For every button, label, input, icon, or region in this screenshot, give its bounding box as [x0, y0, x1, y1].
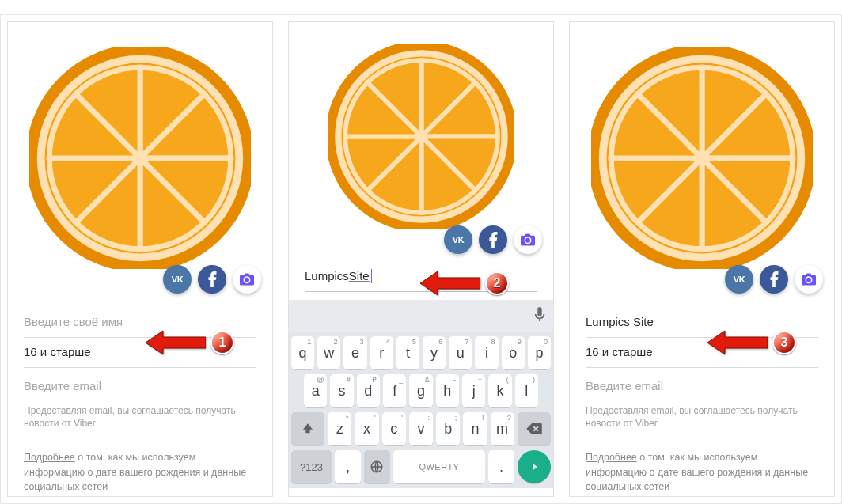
- key-c[interactable]: c': [382, 412, 406, 445]
- enter-key[interactable]: [518, 450, 551, 483]
- wifi-icon: [207, 26, 218, 36]
- keyboard-suggestion-bar[interactable]: [289, 300, 553, 332]
- status-time: 7:00: [248, 25, 266, 36]
- cell-icon: [230, 26, 238, 36]
- key-k[interactable]: k(: [488, 374, 511, 407]
- space-key[interactable]: QWERTY: [393, 450, 486, 483]
- email-hint: Предоставляя email, вы соглашаетесь полу…: [24, 398, 256, 439]
- back-button[interactable]: [298, 44, 316, 65]
- avatar-area: VK: [8, 22, 272, 279]
- privacy-footer: Подробнее о том, как мы используем инфор…: [24, 439, 256, 493]
- camera-button[interactable]: [233, 265, 261, 294]
- age-select[interactable]: 16 и старше: [24, 338, 256, 368]
- cell-icon: [511, 26, 519, 36]
- signal-icon: [781, 26, 791, 36]
- facebook-button[interactable]: [760, 265, 788, 294]
- period-key[interactable]: .: [488, 450, 514, 483]
- orange-avatar-icon: [328, 44, 514, 229]
- key-w[interactable]: w2: [317, 336, 340, 369]
- name-input[interactable]: Lumpics Site: [586, 308, 818, 338]
- cell-icon: [792, 26, 800, 36]
- backspace-key[interactable]: [518, 412, 551, 445]
- status-bar: 7:00: [570, 22, 834, 40]
- kbd-row-1: q1w2e3r4t5y6u7i8o9p0: [291, 336, 551, 369]
- kbd-row-3: z*x"c'v:b;n!m?: [291, 412, 551, 445]
- status-time: 7:00: [810, 25, 828, 36]
- mic-icon[interactable]: [534, 307, 545, 324]
- wifi-icon: [487, 26, 499, 36]
- email-input[interactable]: Введите email: [24, 368, 256, 398]
- privacy-footer: Подробнее о том, как мы используем инфор…: [586, 439, 818, 493]
- wifi-icon: [768, 26, 779, 36]
- key-d[interactable]: d₽: [357, 374, 380, 407]
- key-i[interactable]: i8: [475, 336, 498, 369]
- key-t[interactable]: t5: [396, 336, 419, 369]
- key-l[interactable]: l): [515, 374, 538, 407]
- key-j[interactable]: j+: [462, 374, 485, 407]
- back-button[interactable]: [579, 44, 597, 65]
- key-m[interactable]: m?: [491, 412, 514, 445]
- comma-key[interactable]: ,: [335, 450, 361, 483]
- facebook-button[interactable]: [198, 265, 226, 294]
- social-row: VK: [725, 265, 823, 294]
- key-h[interactable]: h-: [436, 374, 459, 407]
- privacy-more-link[interactable]: Подробнее: [24, 452, 75, 463]
- social-row: VK: [444, 225, 542, 254]
- status-bar: 7:00: [289, 22, 553, 40]
- signal-icon: [219, 26, 229, 36]
- three-screenshot-stage: 7:00 VK: [0, 14, 842, 504]
- vk-button[interactable]: VK: [725, 265, 753, 294]
- orange-avatar-icon: [29, 47, 251, 269]
- name-input[interactable]: Введите своё имя: [24, 308, 256, 338]
- name-input[interactable]: Lumpics Site: [305, 262, 537, 292]
- avatar-area: VK: [289, 22, 553, 240]
- battery-icon: [802, 26, 808, 36]
- key-r[interactable]: r4: [370, 336, 393, 369]
- status-time: 7:00: [529, 25, 547, 36]
- facebook-button[interactable]: [479, 225, 507, 254]
- key-p[interactable]: p0: [528, 336, 551, 369]
- email-hint: Предоставляя email, вы соглашаетесь полу…: [586, 398, 818, 439]
- key-b[interactable]: b;: [436, 412, 460, 445]
- battery-icon: [240, 26, 246, 36]
- camera-button[interactable]: [514, 225, 542, 254]
- kbd-row-2: a@s#d₽f_g&h-j+k(l): [291, 374, 551, 407]
- key-n[interactable]: n!: [463, 412, 487, 445]
- orange-avatar-icon: [591, 47, 813, 269]
- text-cursor: [371, 269, 372, 283]
- profile-form: Lumpics Site 16 и старше Введите email П…: [570, 279, 834, 494]
- key-x[interactable]: x": [355, 412, 378, 445]
- key-a[interactable]: a@: [304, 374, 327, 407]
- key-g[interactable]: g&: [409, 374, 432, 407]
- privacy-more-link[interactable]: Подробнее: [586, 452, 637, 463]
- key-f[interactable]: f_: [383, 374, 406, 407]
- vk-button[interactable]: VK: [444, 225, 472, 254]
- key-z[interactable]: z*: [328, 412, 351, 445]
- language-key[interactable]: [364, 450, 390, 483]
- age-select[interactable]: 16 и старше: [586, 338, 818, 368]
- battery-icon: [521, 26, 527, 36]
- key-y[interactable]: y6: [423, 336, 446, 369]
- camera-button[interactable]: [795, 265, 823, 294]
- key-s[interactable]: s#: [330, 374, 353, 407]
- key-o[interactable]: o9: [502, 336, 525, 369]
- vk-button[interactable]: VK: [163, 265, 192, 294]
- key-e[interactable]: e3: [343, 336, 366, 369]
- key-q[interactable]: q1: [291, 336, 314, 369]
- key-v[interactable]: v:: [409, 412, 433, 445]
- symbols-key[interactable]: ?123: [291, 450, 332, 483]
- phone-screen-2: 7:00 VK Lumpics Site: [288, 21, 554, 497]
- key-u[interactable]: u7: [449, 336, 472, 369]
- profile-form: Введите своё имя 16 и старше Введите ema…: [8, 279, 272, 494]
- shift-key[interactable]: [291, 412, 324, 445]
- social-row: VK: [163, 265, 261, 294]
- back-button[interactable]: [17, 44, 35, 65]
- phone-screen-1: 7:00 VK: [7, 21, 273, 497]
- soft-keyboard: q1w2e3r4t5y6u7i8o9p0 a@s#d₽f_g&h-j+k(l) …: [289, 332, 553, 488]
- signal-icon: [500, 26, 510, 36]
- email-input[interactable]: Введите email: [586, 368, 818, 398]
- phone-screen-3: 7:00 VK Lumpics Site 16: [569, 21, 835, 497]
- kbd-row-4: ?123 , QWERTY .: [291, 450, 551, 483]
- avatar-area: VK: [570, 22, 834, 279]
- status-bar: 7:00: [8, 22, 272, 40]
